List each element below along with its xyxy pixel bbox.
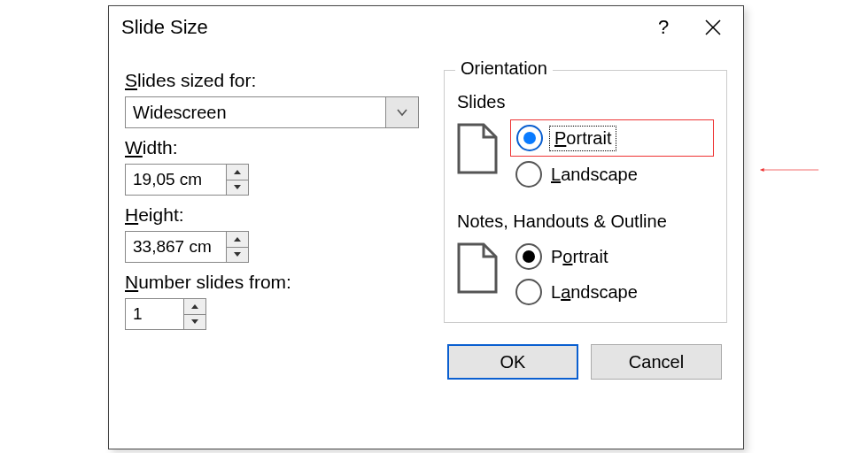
- caret-up-icon: [233, 236, 242, 242]
- close-icon: [704, 19, 722, 36]
- width-spin-up[interactable]: [227, 165, 248, 180]
- width-value: 19,05 cm: [126, 165, 226, 195]
- slide-size-dialog: Slide Size ? Slides sized for: Widescree…: [108, 5, 744, 449]
- svg-marker-7: [191, 319, 198, 324]
- slides-orientation-title: Slides: [457, 92, 714, 112]
- height-spin-down[interactable]: [227, 248, 248, 263]
- slides-sized-for-combo[interactable]: Widescreen: [125, 96, 419, 128]
- notes-landscape-radio[interactable]: Landscape: [510, 274, 714, 310]
- height-value: 33,867 cm: [126, 232, 226, 262]
- combo-dropdown-button[interactable]: [385, 97, 418, 127]
- caret-down-icon: [233, 251, 242, 257]
- slides-portrait-label: Portrait: [552, 128, 614, 149]
- slides-sized-for-value: Widescreen: [126, 97, 385, 127]
- notes-orientation-title: Notes, Handouts & Outline: [457, 211, 714, 232]
- svg-marker-11: [760, 168, 764, 172]
- page-portrait-icon: [457, 123, 498, 174]
- slides-landscape-label: Landscape: [551, 165, 638, 185]
- slides-portrait-radio[interactable]: Portrait: [510, 119, 714, 157]
- help-button[interactable]: ?: [639, 10, 688, 45]
- notes-landscape-label: Landscape: [551, 282, 638, 303]
- width-spin-down[interactable]: [227, 180, 248, 196]
- height-label: Height:: [125, 204, 419, 226]
- dialog-footer: OK Cancel: [109, 330, 743, 394]
- slides-landscape-radio[interactable]: Landscape: [510, 157, 714, 192]
- close-button[interactable]: [688, 10, 738, 45]
- chevron-down-icon: [396, 108, 408, 117]
- orientation-legend: Orientation: [455, 58, 553, 79]
- height-spinner[interactable]: 33,867 cm: [125, 231, 249, 263]
- titlebar: Slide Size ?: [109, 6, 743, 49]
- orientation-group: Orientation Slides: [444, 70, 727, 323]
- number-from-label: Number slides from:: [125, 272, 419, 293]
- dialog-title: Slide Size: [121, 16, 639, 39]
- ok-button[interactable]: OK: [447, 344, 578, 380]
- left-column: Slides sized for: Widescreen Width: 19,0…: [125, 70, 419, 330]
- number-from-spinner[interactable]: 1: [125, 298, 206, 330]
- svg-marker-3: [234, 185, 241, 189]
- caret-down-icon: [190, 319, 199, 325]
- page-portrait-icon: [457, 242, 498, 294]
- number-from-value: 1: [126, 299, 183, 329]
- width-spinner[interactable]: 19,05 cm: [125, 164, 249, 196]
- number-spin-up[interactable]: [184, 299, 205, 315]
- svg-marker-9: [459, 244, 496, 292]
- notes-portrait-label: Portrait: [551, 247, 608, 267]
- slides-sized-for-label: Slides sized for:: [125, 70, 419, 91]
- svg-marker-2: [234, 170, 241, 174]
- notes-portrait-radio[interactable]: Portrait: [510, 239, 714, 274]
- width-label: Width:: [125, 137, 419, 158]
- svg-marker-5: [234, 252, 241, 257]
- caret-up-icon: [190, 303, 199, 310]
- cancel-button[interactable]: Cancel: [591, 344, 722, 380]
- caret-up-icon: [233, 169, 242, 175]
- number-spin-down[interactable]: [184, 315, 205, 330]
- svg-marker-6: [191, 304, 198, 309]
- height-spin-up[interactable]: [227, 232, 248, 248]
- caret-down-icon: [233, 184, 242, 190]
- svg-marker-4: [234, 237, 241, 242]
- svg-marker-8: [459, 125, 496, 173]
